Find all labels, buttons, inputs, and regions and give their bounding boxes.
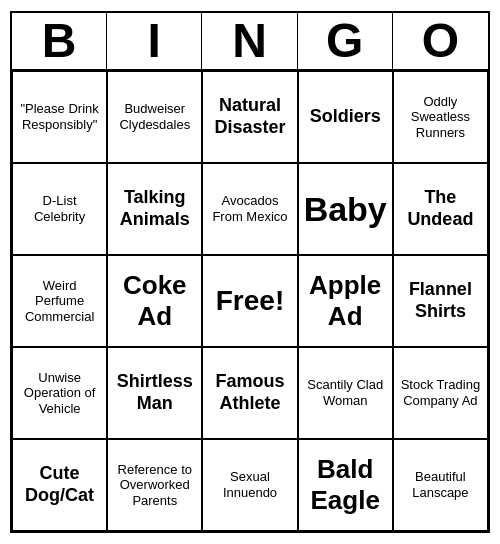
header-letter: B: [12, 13, 107, 69]
bingo-cell: Reference to Overworked Parents: [107, 439, 202, 531]
bingo-cell: Shirtless Man: [107, 347, 202, 439]
bingo-cell: Bald Eagle: [298, 439, 393, 531]
bingo-cell: Cute Dog/Cat: [12, 439, 107, 531]
bingo-cell: Sexual Innuendo: [202, 439, 297, 531]
bingo-cell: Avocados From Mexico: [202, 163, 297, 255]
bingo-card: BINGO "Please Drink Responsibly"Budweise…: [10, 11, 490, 533]
bingo-cell: Talking Animals: [107, 163, 202, 255]
bingo-cell: Unwise Operation of Vehicle: [12, 347, 107, 439]
header-letter: G: [298, 13, 393, 69]
bingo-cell: Famous Athlete: [202, 347, 297, 439]
bingo-cell: Weird Perfume Commercial: [12, 255, 107, 347]
bingo-cell: Scantily Clad Woman: [298, 347, 393, 439]
bingo-cell: Free!: [202, 255, 297, 347]
bingo-cell: Natural Disaster: [202, 71, 297, 163]
bingo-grid: "Please Drink Responsibly"Budweiser Clyd…: [12, 71, 488, 531]
bingo-cell: Budweiser Clydesdales: [107, 71, 202, 163]
bingo-cell: Oddly Sweatless Runners: [393, 71, 488, 163]
bingo-cell: Soldiers: [298, 71, 393, 163]
bingo-cell: Beautiful Lanscape: [393, 439, 488, 531]
header-letter: N: [202, 13, 297, 69]
bingo-cell: Flannel Shirts: [393, 255, 488, 347]
bingo-header: BINGO: [12, 13, 488, 71]
header-letter: O: [393, 13, 488, 69]
bingo-cell: Stock Trading Company Ad: [393, 347, 488, 439]
bingo-cell: The Undead: [393, 163, 488, 255]
bingo-cell: Coke Ad: [107, 255, 202, 347]
bingo-cell: D-List Celebrity: [12, 163, 107, 255]
bingo-cell: "Please Drink Responsibly": [12, 71, 107, 163]
bingo-cell: Baby: [298, 163, 393, 255]
header-letter: I: [107, 13, 202, 69]
bingo-cell: Apple Ad: [298, 255, 393, 347]
